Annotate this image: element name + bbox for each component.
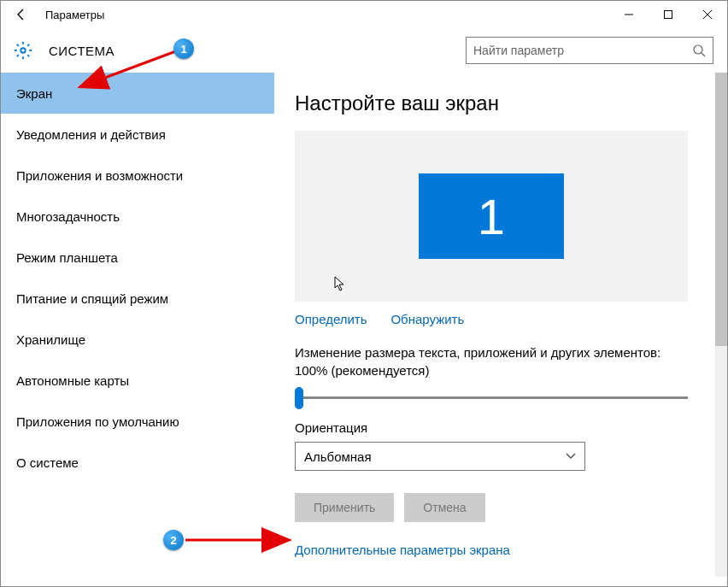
- sidebar-item-notifications[interactable]: Уведомления и действия: [1, 114, 274, 155]
- advanced-display-link[interactable]: Дополнительные параметры экрана: [295, 543, 510, 557]
- svg-point-4: [21, 48, 26, 53]
- detect-link[interactable]: Обнаружить: [390, 312, 464, 326]
- scrollbar-thumb[interactable]: [715, 73, 727, 346]
- sidebar-item-about[interactable]: О системе: [1, 442, 274, 483]
- sidebar-item-tablet[interactable]: Режим планшета: [1, 237, 274, 278]
- sidebar-item-display[interactable]: Экран: [1, 73, 274, 114]
- sidebar-item-label: Автономные карты: [16, 373, 129, 388]
- sidebar: Экран Уведомления и действия Приложения …: [1, 73, 274, 587]
- window-title: Параметры: [42, 9, 104, 21]
- orientation-label: Ориентация: [295, 420, 703, 435]
- cancel-button: Отмена: [404, 493, 484, 522]
- orientation-select[interactable]: Альбомная: [295, 442, 585, 471]
- svg-rect-1: [665, 11, 672, 19]
- sidebar-item-multitasking[interactable]: Многозадачность: [1, 196, 274, 237]
- scale-slider-wrapper: [295, 388, 688, 402]
- monitor-tile[interactable]: 1: [419, 173, 564, 259]
- sidebar-item-apps[interactable]: Приложения и возможности: [1, 155, 274, 196]
- cursor-icon: [334, 276, 346, 295]
- sidebar-item-storage[interactable]: Хранилище: [1, 319, 274, 360]
- button-row: Применить Отмена: [295, 493, 703, 522]
- page-title: Настройте ваш экран: [295, 91, 703, 115]
- close-button[interactable]: [688, 1, 727, 28]
- sidebar-item-label: Многозадачность: [16, 209, 120, 224]
- section-header: СИСТЕМА: [1, 28, 727, 73]
- main-panel: Настройте ваш экран 1 Определить Обнаруж…: [274, 73, 727, 587]
- sidebar-item-label: Экран: [16, 86, 52, 101]
- sidebar-item-label: Приложения и возможности: [16, 168, 183, 183]
- window-titlebar: Параметры: [1, 1, 727, 28]
- sidebar-item-power[interactable]: Питание и спящий режим: [1, 278, 274, 319]
- search-input-wrapper[interactable]: [466, 37, 713, 64]
- apply-button: Применить: [295, 493, 394, 522]
- gear-icon: [13, 40, 33, 61]
- svg-point-5: [694, 45, 702, 54]
- vertical-scrollbar[interactable]: [715, 73, 727, 577]
- chevron-down-icon: [566, 450, 576, 462]
- minimize-button[interactable]: [609, 1, 649, 28]
- orientation-value: Альбомная: [304, 449, 372, 464]
- back-button[interactable]: [1, 1, 42, 28]
- sidebar-item-default-apps[interactable]: Приложения по умолчанию: [1, 401, 274, 442]
- display-preview[interactable]: 1: [295, 131, 688, 302]
- scale-slider[interactable]: [295, 396, 688, 399]
- content-area: Экран Уведомления и действия Приложения …: [1, 73, 727, 587]
- maximize-button[interactable]: [649, 1, 688, 28]
- sidebar-item-offline-maps[interactable]: Автономные карты: [1, 360, 274, 401]
- sidebar-item-label: Питание и спящий режим: [16, 291, 168, 306]
- sidebar-item-label: Режим планшета: [16, 250, 118, 265]
- scale-label: Изменение размера текста, приложений и д…: [295, 343, 696, 379]
- sidebar-item-label: Хранилище: [16, 332, 85, 347]
- display-actions: Определить Обнаружить: [295, 312, 703, 326]
- monitor-number: 1: [478, 188, 505, 245]
- search-icon: [692, 44, 706, 57]
- svg-line-6: [702, 53, 705, 56]
- sidebar-item-label: Уведомления и действия: [16, 127, 166, 142]
- section-title: СИСТЕМА: [49, 44, 114, 58]
- identify-link[interactable]: Определить: [295, 312, 367, 326]
- sidebar-item-label: Приложения по умолчанию: [16, 414, 179, 429]
- sidebar-item-label: О системе: [16, 455, 79, 470]
- search-input[interactable]: [473, 44, 692, 57]
